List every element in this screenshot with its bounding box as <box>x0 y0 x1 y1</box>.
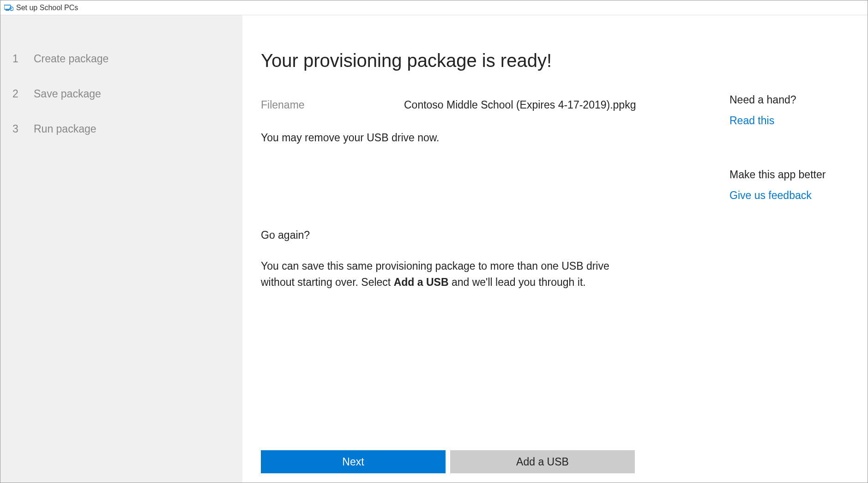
add-usb-button[interactable]: Add a USB <box>450 450 635 473</box>
sidebar-step-number: 2 <box>12 88 21 100</box>
go-again-text-bold: Add a USB <box>394 276 449 288</box>
svg-rect-1 <box>6 10 9 11</box>
app-icon <box>4 4 13 12</box>
filename-row: Filename Contoso Middle School (Expires … <box>261 99 720 111</box>
filename-value: Contoso Middle School (Expires 4-17-2019… <box>404 99 636 111</box>
remove-usb-message: You may remove your USB drive now. <box>261 130 720 146</box>
go-again-heading: Go again? <box>261 229 720 242</box>
sidebar-item-save-package[interactable]: 2 Save package <box>12 76 242 111</box>
titlebar-title: Set up School PCs <box>16 4 78 12</box>
sidebar-item-run-package[interactable]: 3 Run package <box>12 111 242 146</box>
go-again-text-post: and we'll lead you through it. <box>449 276 586 288</box>
sidebar-step-number: 1 <box>12 53 21 65</box>
go-again-text: You can save this same provisioning pack… <box>261 258 644 291</box>
read-this-link[interactable]: Read this <box>729 115 826 127</box>
page-title: Your provisioning package is ready! <box>261 50 720 71</box>
svg-point-3 <box>11 8 12 9</box>
feedback-heading: Make this app better <box>729 169 826 181</box>
titlebar: Set up School PCs <box>0 0 868 15</box>
sidebar-item-label: Create package <box>34 53 108 65</box>
sidebar-item-create-package[interactable]: 1 Create package <box>12 41 242 76</box>
next-button[interactable]: Next <box>261 450 446 473</box>
button-row: Next Add a USB <box>261 450 635 473</box>
sidebar: 1 Create package 2 Save package 3 Run pa… <box>0 15 242 483</box>
help-heading: Need a hand? <box>729 94 826 106</box>
main-content: Your provisioning package is ready! File… <box>242 15 868 483</box>
sidebar-step-number: 3 <box>12 123 21 135</box>
right-panel: Need a hand? Read this Make this app bet… <box>720 50 826 483</box>
sidebar-item-label: Run package <box>34 123 96 135</box>
give-feedback-link[interactable]: Give us feedback <box>729 189 826 202</box>
filename-label: Filename <box>261 99 404 111</box>
sidebar-item-label: Save package <box>34 88 101 100</box>
